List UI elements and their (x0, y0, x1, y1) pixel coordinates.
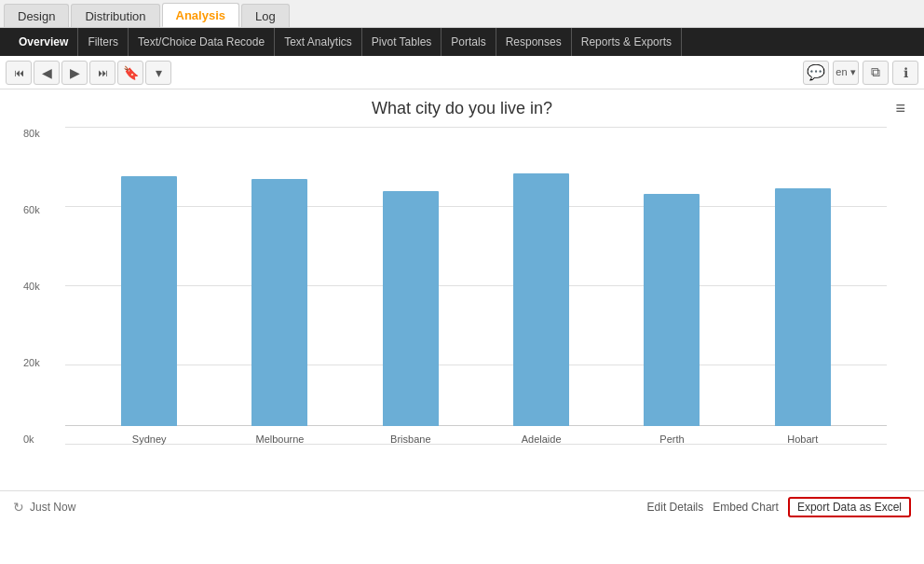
export-excel-button[interactable]: Export Data as Excel (788, 497, 911, 517)
top-tabs: Design Distribution Analysis Log (0, 0, 924, 28)
nav-overview[interactable]: Overview (9, 28, 78, 56)
nav-text-choice[interactable]: Text/Choice Data Recode (129, 28, 275, 56)
bar-group-perth (606, 194, 737, 426)
language-btn[interactable]: en ▾ (833, 61, 859, 85)
bar-group-brisbane (346, 191, 476, 426)
nav-first-btn[interactable]: ⏮ (6, 61, 32, 85)
nav-prev-btn[interactable]: ◀ (34, 61, 60, 85)
bars-container (65, 128, 887, 426)
x-label-hobart: Hobart (738, 433, 868, 445)
bar-adelaide (513, 173, 569, 426)
y-label-0: 0k (23, 433, 40, 445)
more-btn[interactable]: ▾ (145, 61, 171, 85)
chart-container: What city do you live in? ≡ 0k 20k 40k 6… (0, 89, 924, 490)
x-label-perth: Perth (606, 433, 737, 445)
bookmark-btn[interactable]: 🔖 (117, 61, 143, 85)
tab-design[interactable]: Design (4, 4, 69, 27)
y-axis-labels: 0k 20k 40k 60k 80k (23, 128, 40, 445)
x-label-adelaide: Adelaide (476, 433, 606, 445)
tab-log[interactable]: Log (241, 4, 290, 27)
bar-melbourne (251, 179, 307, 426)
bar-sydney (121, 176, 177, 426)
timestamp: Just Now (30, 501, 75, 514)
chart-title: What city do you live in? (19, 99, 905, 118)
y-label-80: 80k (23, 128, 40, 139)
toolbar-right: 💬 en ▾ ⧉ ℹ (803, 61, 918, 85)
y-label-60: 60k (23, 204, 40, 215)
toolbar: ⏮ ◀ ▶ ⏭ 🔖 ▾ 💬 en ▾ ⧉ ℹ (0, 56, 924, 89)
x-label-melbourne: Melbourne (214, 433, 345, 445)
nav-reports-exports[interactable]: Reports & Exports (572, 28, 682, 56)
edit-details-link[interactable]: Edit Details (647, 501, 704, 514)
toolbar-left: ⏮ ◀ ▶ ⏭ 🔖 ▾ (6, 61, 171, 85)
nav-text-analytics[interactable]: Text Analytics (275, 28, 362, 56)
bar-perth (644, 194, 700, 426)
nav-filters[interactable]: Filters (78, 28, 129, 56)
second-nav: Overview Filters Text/Choice Data Recode… (0, 28, 924, 56)
y-label-40: 40k (23, 281, 40, 292)
embed-chart-link[interactable]: Embed Chart (713, 501, 779, 514)
info-btn[interactable]: ℹ (892, 61, 918, 85)
refresh-icon[interactable]: ↻ (13, 500, 24, 515)
footer-right: Edit Details Embed Chart Export Data as … (647, 497, 911, 517)
nav-portals[interactable]: Portals (442, 28, 496, 56)
bar-hobart (775, 188, 831, 426)
comment-btn[interactable]: 💬 (803, 61, 829, 85)
copy-btn[interactable]: ⧉ (863, 61, 889, 85)
bar-brisbane (383, 191, 439, 426)
bar-group-sydney (84, 176, 214, 426)
bar-group-melbourne (214, 179, 345, 426)
nav-responses[interactable]: Responses (496, 28, 572, 56)
footer-left: ↻ Just Now (13, 500, 75, 515)
bar-group-adelaide (476, 173, 606, 426)
tab-analysis[interactable]: Analysis (162, 3, 239, 27)
tab-distribution[interactable]: Distribution (71, 4, 159, 27)
bar-group-hobart (738, 188, 868, 426)
chart-menu-icon[interactable]: ≡ (895, 99, 905, 118)
nav-next-btn[interactable]: ▶ (61, 61, 88, 85)
nav-pivot-tables[interactable]: Pivot Tables (362, 28, 442, 56)
chart-area: 0k 20k 40k 60k 80k (65, 128, 887, 445)
footer: ↻ Just Now Edit Details Embed Chart Expo… (0, 490, 924, 522)
x-label-sydney: Sydney (84, 433, 214, 445)
x-labels: Sydney Melbourne Brisbane Adelaide Perth… (65, 433, 887, 445)
y-label-20: 20k (23, 357, 40, 368)
x-label-brisbane: Brisbane (346, 433, 476, 445)
nav-last-btn[interactable]: ⏭ (89, 61, 116, 85)
